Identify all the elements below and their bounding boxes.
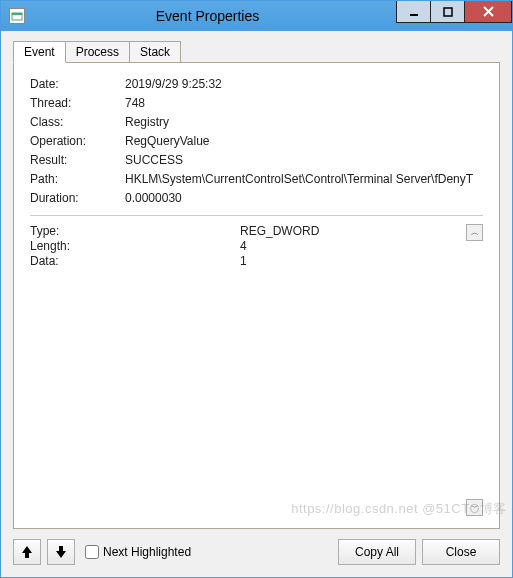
extra-area: Type: REG_DWORD Length: 4 Data: 1 ︿ ﹀ (30, 224, 483, 516)
value-operation: RegQueryValue (125, 134, 483, 148)
app-icon (9, 8, 25, 24)
arrow-up-icon (21, 545, 33, 559)
label-path: Path: (30, 172, 125, 186)
tab-strip: Event Process Stack (13, 41, 500, 62)
extra-grid: Type: REG_DWORD Length: 4 Data: 1 (30, 224, 462, 516)
scroll-down-button[interactable]: ﹀ (466, 499, 483, 516)
label-class: Class: (30, 115, 125, 129)
prev-event-button[interactable] (13, 539, 41, 565)
next-highlighted-label[interactable]: Next Highlighted (85, 545, 191, 559)
scroll-up-button[interactable]: ︿ (466, 224, 483, 241)
label-thread: Thread: (30, 96, 125, 110)
event-properties-window: Event Properties Event Process Stack Dat… (0, 0, 513, 578)
divider (30, 215, 483, 216)
close-window-button[interactable] (464, 1, 512, 23)
value-path: HKLM\System\CurrentControlSet\Control\Te… (125, 172, 483, 186)
tab-stack[interactable]: Stack (129, 41, 181, 62)
label-data: Data: (30, 254, 240, 268)
next-highlighted-checkbox[interactable] (85, 545, 99, 559)
titlebar[interactable]: Event Properties (1, 1, 512, 31)
tab-panel-event: Date: 2019/9/29 9:25:32 Thread: 748 Clas… (13, 62, 500, 529)
extra-scrollbar: ︿ ﹀ (466, 224, 483, 516)
property-grid: Date: 2019/9/29 9:25:32 Thread: 748 Clas… (30, 77, 483, 205)
value-thread: 748 (125, 96, 483, 110)
label-result: Result: (30, 153, 125, 167)
bottom-bar: Next Highlighted Copy All Close (13, 539, 500, 565)
value-result: SUCCESS (125, 153, 483, 167)
client-area: Event Process Stack Date: 2019/9/29 9:25… (1, 31, 512, 577)
value-type: REG_DWORD (240, 224, 462, 238)
arrow-down-icon (55, 545, 67, 559)
label-date: Date: (30, 77, 125, 91)
label-operation: Operation: (30, 134, 125, 148)
label-type: Type: (30, 224, 240, 238)
minimize-button[interactable] (396, 1, 430, 23)
next-highlighted-text: Next Highlighted (103, 545, 191, 559)
tab-event[interactable]: Event (13, 41, 66, 63)
value-length: 4 (240, 239, 462, 253)
window-controls (396, 1, 512, 23)
value-data: 1 (240, 254, 462, 268)
close-button[interactable]: Close (422, 539, 500, 565)
value-class: Registry (125, 115, 483, 129)
svg-rect-3 (444, 8, 452, 16)
next-event-button[interactable] (47, 539, 75, 565)
label-length: Length: (30, 239, 240, 253)
copy-all-button[interactable]: Copy All (338, 539, 416, 565)
label-duration: Duration: (30, 191, 125, 205)
maximize-button[interactable] (430, 1, 464, 23)
value-date: 2019/9/29 9:25:32 (125, 77, 483, 91)
tab-process[interactable]: Process (65, 41, 130, 62)
value-duration: 0.0000030 (125, 191, 483, 205)
svg-rect-1 (12, 13, 22, 15)
